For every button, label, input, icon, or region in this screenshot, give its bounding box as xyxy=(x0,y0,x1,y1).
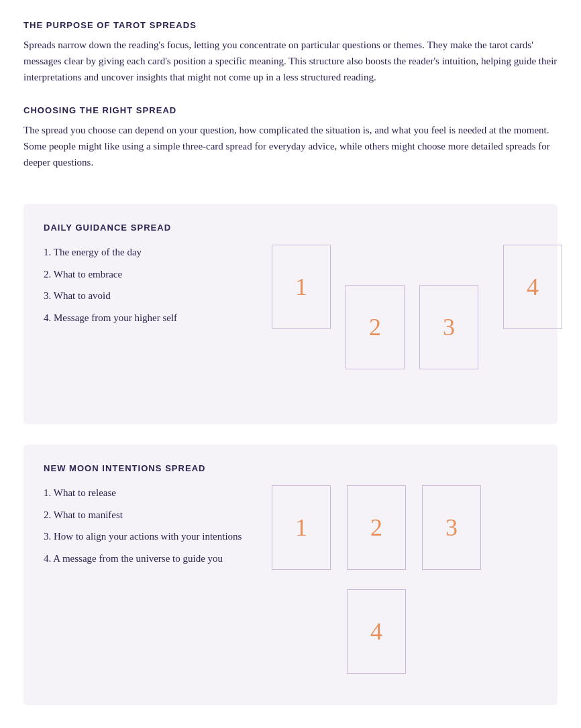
new-moon-cards-layout: 1 2 3 4 xyxy=(272,485,537,686)
new-moon-cards-container: 1 2 3 4 xyxy=(272,485,537,686)
newmoon-card-2: 2 xyxy=(347,485,406,570)
new-moon-spread: NEW MOON INTENTIONS SPREAD 1. What to re… xyxy=(23,444,558,705)
daily-guidance-content: 1. The energy of the day 2. What to embr… xyxy=(44,245,537,406)
newmoon-card-1: 1 xyxy=(272,485,331,570)
list-item: 2. What to embrace xyxy=(44,267,258,282)
daily-guidance-spread: DAILY GUIDANCE SPREAD 1. The energy of t… xyxy=(23,204,558,424)
new-moon-list: 1. What to release 2. What to manifest 3… xyxy=(44,485,258,572)
daily-guidance-title: DAILY GUIDANCE SPREAD xyxy=(44,223,537,233)
nm-card-number-3: 3 xyxy=(445,513,458,542)
daily-card-3: 3 xyxy=(419,285,478,369)
list-item: 1. What to release xyxy=(44,485,258,501)
list-item: 4. A message from the universe to guide … xyxy=(44,551,258,566)
daily-card-1: 1 xyxy=(272,245,331,329)
list-item: 1. The energy of the day xyxy=(44,245,258,260)
purpose-title: THE PURPOSE OF TAROT SPREADS xyxy=(23,20,558,30)
card-number-2: 2 xyxy=(369,313,381,341)
new-moon-title: NEW MOON INTENTIONS SPREAD xyxy=(44,463,537,473)
list-item: 2. What to manifest xyxy=(44,507,258,523)
list-item: 3. How to align your actions with your i… xyxy=(44,529,258,544)
purpose-section: THE PURPOSE OF TAROT SPREADS Spreads nar… xyxy=(23,20,558,85)
daily-card-2: 2 xyxy=(346,285,405,369)
purpose-body: Spreads narrow down the reading's focus,… xyxy=(23,37,558,85)
daily-cards-layout: 1 2 3 4 xyxy=(272,245,537,406)
choosing-body: The spread you choose can depend on your… xyxy=(23,122,558,170)
choosing-section: CHOOSING THE RIGHT SPREAD The spread you… xyxy=(23,105,558,170)
new-moon-content: 1. What to release 2. What to manifest 3… xyxy=(44,485,537,686)
nm-card-number-4: 4 xyxy=(370,617,382,646)
list-item: 4. Message from your higher self xyxy=(44,310,258,326)
daily-guidance-list: 1. The energy of the day 2. What to embr… xyxy=(44,245,258,332)
daily-card-4: 4 xyxy=(503,245,562,329)
card-number-1: 1 xyxy=(295,273,307,301)
nm-card-number-2: 2 xyxy=(370,513,382,542)
newmoon-card-3: 3 xyxy=(422,485,481,570)
list-item: 3. What to avoid xyxy=(44,288,258,304)
card-number-3: 3 xyxy=(443,313,455,341)
nm-card-number-1: 1 xyxy=(295,513,307,542)
card-number-4: 4 xyxy=(527,273,539,301)
choosing-title: CHOOSING THE RIGHT SPREAD xyxy=(23,105,558,115)
daily-cards-container: 1 2 3 4 xyxy=(272,245,537,406)
newmoon-card-4: 4 xyxy=(347,589,406,674)
